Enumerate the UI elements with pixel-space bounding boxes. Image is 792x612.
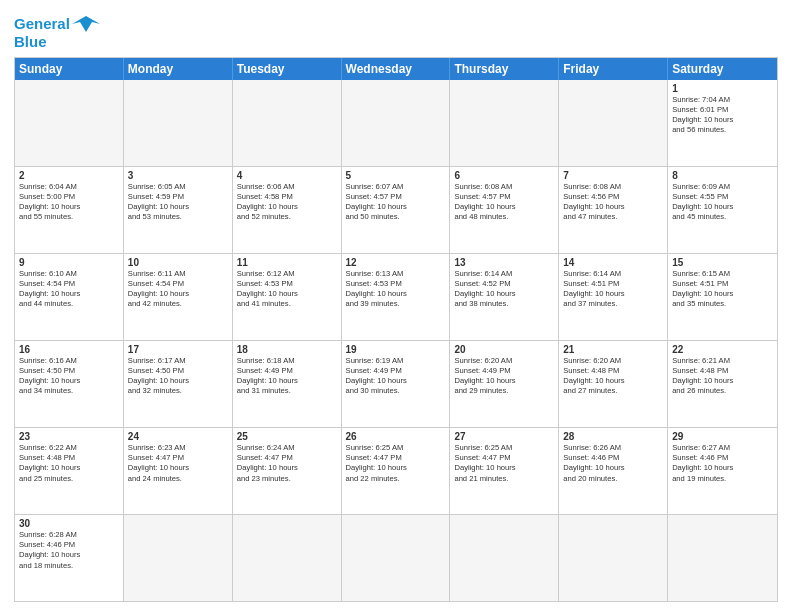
day-number: 6 (454, 170, 554, 181)
day-number: 10 (128, 257, 228, 268)
calendar-cell: 19Sunrise: 6:19 AM Sunset: 4:49 PM Dayli… (342, 341, 451, 427)
svg-marker-0 (72, 16, 100, 32)
calendar-cell: 14Sunrise: 6:14 AM Sunset: 4:51 PM Dayli… (559, 254, 668, 340)
calendar-cell (342, 80, 451, 166)
calendar-cell (559, 80, 668, 166)
calendar-body: 1Sunrise: 7:04 AM Sunset: 6:01 PM Daylig… (15, 80, 777, 602)
calendar-cell: 3Sunrise: 6:05 AM Sunset: 4:59 PM Daylig… (124, 167, 233, 253)
day-number: 8 (672, 170, 773, 181)
calendar-header-cell: Wednesday (342, 58, 451, 80)
day-info: Sunrise: 6:16 AM Sunset: 4:50 PM Dayligh… (19, 356, 119, 397)
day-info: Sunrise: 6:18 AM Sunset: 4:49 PM Dayligh… (237, 356, 337, 397)
day-info: Sunrise: 6:08 AM Sunset: 4:57 PM Dayligh… (454, 182, 554, 223)
day-number: 25 (237, 431, 337, 442)
day-info: Sunrise: 6:07 AM Sunset: 4:57 PM Dayligh… (346, 182, 446, 223)
calendar-header-cell: Tuesday (233, 58, 342, 80)
calendar-cell: 16Sunrise: 6:16 AM Sunset: 4:50 PM Dayli… (15, 341, 124, 427)
day-info: Sunrise: 6:24 AM Sunset: 4:47 PM Dayligh… (237, 443, 337, 484)
day-info: Sunrise: 6:12 AM Sunset: 4:53 PM Dayligh… (237, 269, 337, 310)
calendar-cell (124, 80, 233, 166)
calendar-cell: 6Sunrise: 6:08 AM Sunset: 4:57 PM Daylig… (450, 167, 559, 253)
day-info: Sunrise: 7:04 AM Sunset: 6:01 PM Dayligh… (672, 95, 773, 136)
calendar-cell: 18Sunrise: 6:18 AM Sunset: 4:49 PM Dayli… (233, 341, 342, 427)
day-number: 1 (672, 83, 773, 94)
calendar-cell: 2Sunrise: 6:04 AM Sunset: 5:00 PM Daylig… (15, 167, 124, 253)
calendar-cell: 8Sunrise: 6:09 AM Sunset: 4:55 PM Daylig… (668, 167, 777, 253)
calendar-row: 30Sunrise: 6:28 AM Sunset: 4:46 PM Dayli… (15, 515, 777, 601)
day-number: 28 (563, 431, 663, 442)
day-number: 4 (237, 170, 337, 181)
day-number: 11 (237, 257, 337, 268)
day-info: Sunrise: 6:13 AM Sunset: 4:53 PM Dayligh… (346, 269, 446, 310)
calendar-cell: 1Sunrise: 7:04 AM Sunset: 6:01 PM Daylig… (668, 80, 777, 166)
day-number: 17 (128, 344, 228, 355)
calendar-cell (233, 515, 342, 601)
calendar-row: 23Sunrise: 6:22 AM Sunset: 4:48 PM Dayli… (15, 428, 777, 515)
day-info: Sunrise: 6:22 AM Sunset: 4:48 PM Dayligh… (19, 443, 119, 484)
calendar-row: 16Sunrise: 6:16 AM Sunset: 4:50 PM Dayli… (15, 341, 777, 428)
day-number: 26 (346, 431, 446, 442)
calendar-cell: 11Sunrise: 6:12 AM Sunset: 4:53 PM Dayli… (233, 254, 342, 340)
calendar-cell: 5Sunrise: 6:07 AM Sunset: 4:57 PM Daylig… (342, 167, 451, 253)
calendar-cell: 9Sunrise: 6:10 AM Sunset: 4:54 PM Daylig… (15, 254, 124, 340)
day-info: Sunrise: 6:09 AM Sunset: 4:55 PM Dayligh… (672, 182, 773, 223)
calendar-cell (668, 515, 777, 601)
calendar-cell: 25Sunrise: 6:24 AM Sunset: 4:47 PM Dayli… (233, 428, 342, 514)
logo-bird-icon (72, 14, 100, 34)
page: General Blue SundayMondayTuesdayWednesda… (0, 0, 792, 612)
calendar-cell: 20Sunrise: 6:20 AM Sunset: 4:49 PM Dayli… (450, 341, 559, 427)
day-number: 20 (454, 344, 554, 355)
day-number: 2 (19, 170, 119, 181)
day-number: 16 (19, 344, 119, 355)
day-info: Sunrise: 6:20 AM Sunset: 4:49 PM Dayligh… (454, 356, 554, 397)
calendar-cell (342, 515, 451, 601)
day-number: 22 (672, 344, 773, 355)
day-info: Sunrise: 6:27 AM Sunset: 4:46 PM Dayligh… (672, 443, 773, 484)
header: General Blue (14, 10, 778, 51)
day-info: Sunrise: 6:20 AM Sunset: 4:48 PM Dayligh… (563, 356, 663, 397)
day-number: 3 (128, 170, 228, 181)
calendar-cell: 13Sunrise: 6:14 AM Sunset: 4:52 PM Dayli… (450, 254, 559, 340)
day-number: 27 (454, 431, 554, 442)
calendar-cell: 26Sunrise: 6:25 AM Sunset: 4:47 PM Dayli… (342, 428, 451, 514)
day-number: 5 (346, 170, 446, 181)
calendar-cell: 7Sunrise: 6:08 AM Sunset: 4:56 PM Daylig… (559, 167, 668, 253)
calendar-cell: 21Sunrise: 6:20 AM Sunset: 4:48 PM Dayli… (559, 341, 668, 427)
calendar-row: 9Sunrise: 6:10 AM Sunset: 4:54 PM Daylig… (15, 254, 777, 341)
calendar-cell: 17Sunrise: 6:17 AM Sunset: 4:50 PM Dayli… (124, 341, 233, 427)
calendar-header-cell: Saturday (668, 58, 777, 80)
day-info: Sunrise: 6:05 AM Sunset: 4:59 PM Dayligh… (128, 182, 228, 223)
day-number: 9 (19, 257, 119, 268)
day-info: Sunrise: 6:25 AM Sunset: 4:47 PM Dayligh… (454, 443, 554, 484)
day-number: 30 (19, 518, 119, 529)
day-info: Sunrise: 6:17 AM Sunset: 4:50 PM Dayligh… (128, 356, 228, 397)
calendar-cell (450, 515, 559, 601)
day-number: 21 (563, 344, 663, 355)
calendar-cell (559, 515, 668, 601)
calendar-cell: 28Sunrise: 6:26 AM Sunset: 4:46 PM Dayli… (559, 428, 668, 514)
logo-text: General (14, 16, 70, 33)
calendar-header-cell: Friday (559, 58, 668, 80)
day-info: Sunrise: 6:25 AM Sunset: 4:47 PM Dayligh… (346, 443, 446, 484)
day-info: Sunrise: 6:26 AM Sunset: 4:46 PM Dayligh… (563, 443, 663, 484)
calendar-header-row: SundayMondayTuesdayWednesdayThursdayFrid… (15, 58, 777, 80)
day-number: 14 (563, 257, 663, 268)
calendar-cell: 10Sunrise: 6:11 AM Sunset: 4:54 PM Dayli… (124, 254, 233, 340)
day-number: 18 (237, 344, 337, 355)
day-info: Sunrise: 6:08 AM Sunset: 4:56 PM Dayligh… (563, 182, 663, 223)
calendar-cell (124, 515, 233, 601)
day-info: Sunrise: 6:06 AM Sunset: 4:58 PM Dayligh… (237, 182, 337, 223)
calendar-cell: 4Sunrise: 6:06 AM Sunset: 4:58 PM Daylig… (233, 167, 342, 253)
calendar-cell: 12Sunrise: 6:13 AM Sunset: 4:53 PM Dayli… (342, 254, 451, 340)
calendar-cell: 24Sunrise: 6:23 AM Sunset: 4:47 PM Dayli… (124, 428, 233, 514)
day-info: Sunrise: 6:28 AM Sunset: 4:46 PM Dayligh… (19, 530, 119, 571)
day-info: Sunrise: 6:11 AM Sunset: 4:54 PM Dayligh… (128, 269, 228, 310)
day-info: Sunrise: 6:15 AM Sunset: 4:51 PM Dayligh… (672, 269, 773, 310)
day-info: Sunrise: 6:14 AM Sunset: 4:52 PM Dayligh… (454, 269, 554, 310)
day-info: Sunrise: 6:10 AM Sunset: 4:54 PM Dayligh… (19, 269, 119, 310)
calendar-cell (15, 80, 124, 166)
calendar-cell: 22Sunrise: 6:21 AM Sunset: 4:48 PM Dayli… (668, 341, 777, 427)
calendar-header-cell: Monday (124, 58, 233, 80)
calendar-row: 2Sunrise: 6:04 AM Sunset: 5:00 PM Daylig… (15, 167, 777, 254)
calendar-cell: 15Sunrise: 6:15 AM Sunset: 4:51 PM Dayli… (668, 254, 777, 340)
